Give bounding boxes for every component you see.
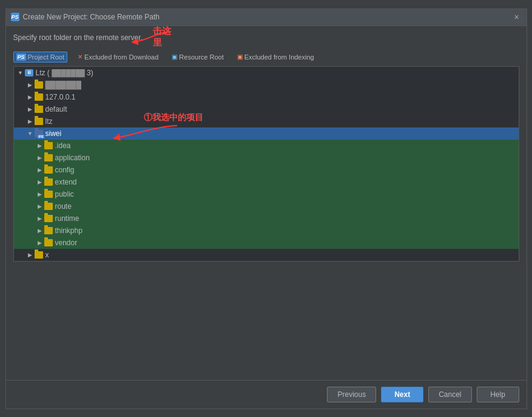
idea-folder-icon	[44, 142, 53, 149]
siwei-folder-icon: PS	[35, 130, 43, 137]
tree-wrapper: ①我选中的项目 🖥 Ltz ( ███████ 3)	[13, 66, 519, 373]
ltz-folder-icon	[35, 118, 43, 125]
thinkphp-expander[interactable]	[36, 226, 44, 235]
application-folder-icon	[44, 154, 53, 161]
dialog-title: Create New Project: Choose Remote Path	[23, 13, 160, 21]
thinkphp-label: thinkphp	[55, 226, 82, 235]
title-bar-left: PS Create New Project: Choose Remote Pat…	[11, 13, 160, 21]
application-label: application	[55, 154, 90, 162]
tree-item-idea[interactable]: .idea	[14, 140, 519, 152]
root-label: Ltz ( ███████ 3)	[36, 69, 93, 77]
dialog-icon: PS	[11, 13, 19, 21]
toolbar-excluded-indexing[interactable]: ▣ Excluded from Indexing	[234, 52, 317, 63]
toolbar-project-root[interactable]: PS Project Root	[13, 52, 68, 63]
runtime-folder-icon	[44, 215, 53, 222]
vendor-folder-icon	[44, 239, 53, 246]
cancel-button[interactable]: Cancel	[428, 387, 471, 402]
tree-item-x[interactable]: x	[14, 249, 519, 261]
vendor-label: vendor	[55, 239, 78, 247]
public-folder-icon	[44, 191, 53, 198]
ps-icon: PS	[16, 53, 26, 61]
toolbar-resource-root[interactable]: ▣ Resource Root	[169, 52, 226, 63]
route-label: route	[55, 202, 72, 211]
idea-label: .idea	[55, 141, 71, 150]
ltz-label: ltz	[45, 117, 53, 126]
x-label: x	[45, 251, 49, 259]
x-expander[interactable]	[26, 251, 35, 259]
help-button[interactable]: Help	[477, 387, 519, 402]
idea-expander[interactable]	[36, 141, 44, 150]
default-expander[interactable]	[26, 105, 35, 114]
previous-button[interactable]: Previous	[327, 387, 376, 402]
annotation2-text: ②点击这里	[153, 26, 177, 49]
unnamed-label: ███████	[45, 81, 82, 89]
tree-container[interactable]: 🖥 Ltz ( ███████ 3) ███████	[13, 66, 519, 262]
runtime-expander[interactable]	[36, 214, 44, 223]
tree-item-unnamed[interactable]: ███████	[14, 79, 519, 91]
route-folder-icon	[44, 203, 53, 210]
config-expander[interactable]	[36, 166, 44, 174]
toolbar-excluded-download[interactable]: ✕ Excluded from Download	[75, 52, 161, 63]
close-button[interactable]: ×	[512, 12, 522, 22]
tree-item-vendor[interactable]: vendor	[14, 237, 519, 249]
default-folder-icon	[35, 106, 43, 113]
tree-item-localhost[interactable]: 127.0.0.1	[14, 91, 519, 103]
vendor-expander[interactable]	[36, 239, 44, 247]
route-expander[interactable]	[36, 202, 44, 211]
runtime-label: runtime	[55, 214, 79, 223]
tree-item-public[interactable]: public	[14, 188, 519, 200]
footer: Previous Next Cancel Help	[6, 380, 527, 409]
tree-item-route[interactable]: route	[14, 200, 519, 212]
tree-item-runtime[interactable]: runtime	[14, 212, 519, 225]
root-expander[interactable]	[16, 69, 25, 77]
localhost-label: 127.0.0.1	[45, 93, 76, 101]
instruction-area: Specify root folder on the remote server…	[13, 33, 519, 42]
config-label: config	[55, 166, 75, 174]
resource-icon: ▣	[172, 53, 177, 60]
instruction-text: Specify root folder on the remote server…	[13, 33, 143, 42]
tree-item-thinkphp[interactable]: thinkphp	[14, 225, 519, 237]
dialog-body: Specify root folder on the remote server…	[6, 26, 527, 380]
tree-item-config[interactable]: config	[14, 164, 519, 176]
toolbar-project-root-label: Project Root	[28, 53, 65, 61]
toolbar-excluded-indexing-label: Excluded from Indexing	[244, 53, 314, 61]
siwei-expander[interactable]	[26, 129, 35, 138]
thinkphp-folder-icon	[44, 227, 53, 234]
next-button[interactable]: Next	[381, 387, 423, 402]
toolbar-resource-root-label: Resource Root	[179, 53, 223, 61]
indexing-icon: ▣	[237, 53, 243, 60]
tree-item-extend[interactable]: extend	[14, 176, 519, 188]
unnamed-folder-icon	[35, 81, 43, 89]
application-expander[interactable]	[36, 154, 44, 162]
ltz-expander[interactable]	[26, 117, 35, 126]
toolbar-excluded-download-label: Excluded from Download	[84, 53, 158, 61]
create-project-dialog: PS Create New Project: Choose Remote Pat…	[5, 8, 527, 409]
unnamed-expander[interactable]	[26, 81, 35, 89]
title-bar: PS Create New Project: Choose Remote Pat…	[6, 9, 527, 26]
tree-item-default[interactable]: default	[14, 103, 519, 115]
public-expander[interactable]	[36, 190, 44, 198]
config-folder-icon	[44, 166, 53, 174]
tree-item-siwei[interactable]: PS siwei	[14, 127, 519, 140]
localhost-folder-icon	[35, 93, 43, 101]
exclude-icon: ✕	[78, 53, 82, 60]
extend-label: extend	[55, 178, 77, 186]
tree-item-ltz[interactable]: ltz	[14, 115, 519, 127]
public-label: public	[55, 190, 74, 198]
toolbar: PS Project Root ✕ Excluded from Download…	[13, 52, 519, 63]
siwei-label: siwei	[45, 129, 62, 138]
tree-item-application[interactable]: application	[14, 152, 519, 164]
server-icon: 🖥	[25, 69, 33, 76]
tree-root[interactable]: 🖥 Ltz ( ███████ 3)	[14, 67, 519, 79]
localhost-expander[interactable]	[26, 93, 35, 101]
extend-expander[interactable]	[36, 178, 44, 186]
x-folder-icon	[35, 251, 43, 259]
default-label: default	[45, 105, 67, 114]
extend-folder-icon	[44, 178, 53, 186]
